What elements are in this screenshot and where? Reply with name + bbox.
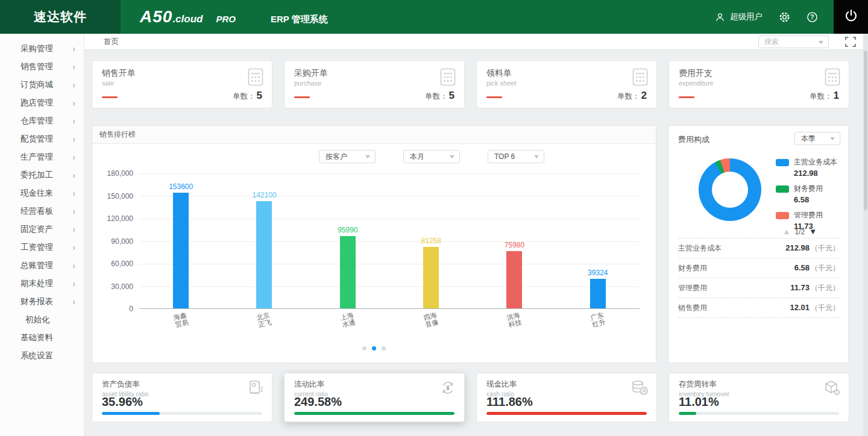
kpi-value: 35.96% <box>102 395 143 409</box>
chevron-right-icon: › <box>72 279 75 288</box>
x-category-label: 北京正飞 <box>256 311 272 329</box>
sidebar-item[interactable]: 期末处理 › <box>0 275 84 293</box>
bar-value-label: 75980 <box>505 241 524 249</box>
chevron-right-icon: › <box>72 297 75 306</box>
legend-swatch <box>776 212 789 219</box>
red-dash <box>294 96 310 98</box>
sidebar-item[interactable]: 委托加工 › <box>0 166 84 184</box>
carousel-dot[interactable] <box>362 346 366 350</box>
kpi-progress-fill <box>102 412 160 415</box>
stat-card[interactable]: 费用开支 expenditure 单数：1 <box>668 60 849 108</box>
sidebar-item[interactable]: 仓库管理 › <box>0 112 84 130</box>
stat-card[interactable]: 采购开单 purchase 单数：5 <box>284 60 465 108</box>
sidebar-item[interactable]: 经营看板 › <box>0 202 84 220</box>
fullscreen-icon[interactable] <box>845 37 856 47</box>
sidebar-item[interactable]: 固定资产 › <box>0 220 84 238</box>
page-scrollbar[interactable] <box>863 34 868 436</box>
kpi-progress-track <box>102 412 262 415</box>
period-select[interactable]: 本季 <box>794 132 840 145</box>
help-icon[interactable]: ? <box>806 11 818 23</box>
bar-value-label: 39324 <box>588 269 608 277</box>
y-tick-label: 60,000 <box>111 260 133 268</box>
stat-card-row: 销售开单 sale 单数：5 采购开单 purchase 单数：5 领料单 pi… <box>92 60 849 108</box>
sidebar-item[interactable]: 生产管理 › <box>0 148 84 166</box>
kpi-card-row: 资产负债率 asset libility ratio 35.96% 流动比率 c… <box>92 373 849 422</box>
chevron-down-icon <box>819 41 823 44</box>
sidebar-item[interactable]: 订货商城 › <box>0 76 84 94</box>
sidebar-item[interactable]: 财务报表 › <box>0 293 84 311</box>
kpi-value: 249.58% <box>294 395 342 409</box>
product-edition: PRO <box>216 14 236 24</box>
topbar: 首页 搜索 <box>84 34 863 50</box>
x-category-label: 上海水通 <box>339 311 356 329</box>
inventory-box-icon <box>823 379 841 399</box>
panel-title: 销售排行榜 <box>92 126 656 144</box>
chart-filter-select[interactable]: 按客户 <box>319 150 376 163</box>
sidebar-item[interactable]: 配货管理 › <box>0 130 84 148</box>
bar-chart-plot: 153600 海鑫贸易 142100 北京正飞 95990 上海水通 81258… <box>139 173 640 309</box>
coins-clock-icon <box>631 379 649 399</box>
bar-slot: 153600 海鑫贸易 <box>139 173 222 308</box>
bar[interactable] <box>173 193 189 308</box>
settings-gear-icon[interactable] <box>778 11 790 23</box>
stat-card[interactable]: 领料单 pick sheet 单数：2 <box>476 60 657 108</box>
bar[interactable] <box>423 247 439 308</box>
sales-ranking-panel: 销售排行榜 按客户 本月 TOP 6 180,000150,000120,000… <box>92 125 656 363</box>
kpi-card[interactable]: 资产负债率 asset libility ratio 35.96% <box>92 373 272 422</box>
legend-item[interactable]: 主营业务成本 212.98 <box>776 157 837 178</box>
app-header: 速达软件 A50 .cloud PRO ERP 管理系统 超级用户 ? <box>0 0 868 34</box>
chevron-right-icon: › <box>72 63 75 71</box>
page-down-icon[interactable]: ▼ <box>809 227 817 236</box>
sidebar-item[interactable]: 工资管理 › <box>0 238 84 257</box>
chart-filter-select[interactable]: 本月 <box>403 150 460 163</box>
kpi-card[interactable]: 现金比率 cash ratio 111.86% <box>476 373 657 422</box>
system-title: ERP 管理系统 <box>271 14 328 25</box>
refresh-yen-icon: ¥ <box>439 379 456 399</box>
red-dash <box>486 96 502 98</box>
chart-filter-select[interactable]: TOP 6 <box>488 150 544 163</box>
bar[interactable] <box>506 251 522 308</box>
product-suffix: .cloud <box>172 13 203 25</box>
kpi-progress-fill <box>679 412 696 415</box>
y-tick-label: 30,000 <box>111 282 133 291</box>
chevron-right-icon: › <box>72 99 75 107</box>
bar[interactable] <box>256 201 272 308</box>
chevron-right-icon: › <box>72 153 75 161</box>
power-icon <box>844 8 858 25</box>
carousel-dot[interactable] <box>382 346 386 350</box>
chevron-right-icon: › <box>72 171 75 179</box>
current-user-button[interactable]: 超级用户 <box>714 11 763 23</box>
logout-power-button[interactable] <box>834 0 868 34</box>
chevron-right-icon: › <box>72 117 75 125</box>
breadcrumb-home-tab[interactable]: 首页 <box>104 34 119 50</box>
bar-slot: 95990 上海水通 <box>306 173 389 308</box>
page-up-icon[interactable]: ▲ <box>783 227 791 236</box>
sidebar-item[interactable]: 现金往来 › <box>0 184 84 202</box>
product-brand: A50 .cloud PRO ERP 管理系统 <box>140 7 328 26</box>
search-input[interactable]: 搜索 <box>758 36 829 48</box>
chevron-down-icon <box>365 155 370 158</box>
chevron-down-icon <box>830 137 835 140</box>
sidebar-item[interactable]: 销售管理 › <box>0 58 84 76</box>
kpi-card[interactable]: 存货周转率 inventory turnover 11.01% <box>668 373 849 422</box>
receipt-icon <box>247 379 264 399</box>
carousel-dot[interactable] <box>372 346 376 350</box>
bar[interactable] <box>340 236 356 308</box>
chevron-right-icon: › <box>72 81 75 89</box>
expense-row: 管理费用 11.73（千元） <box>678 278 840 298</box>
kpi-value: 11.01% <box>679 395 719 409</box>
sidebar-item[interactable]: 跑店管理 › <box>0 94 84 112</box>
bar[interactable] <box>590 279 606 308</box>
sidebar-item[interactable]: 系统设置 <box>0 347 84 365</box>
sidebar-item[interactable]: 初始化 <box>0 311 84 329</box>
kpi-progress-fill <box>294 412 454 415</box>
kpi-card[interactable]: 流动比率 current ratio ¥ 249.58% <box>284 373 465 422</box>
scrollbar-thumb[interactable] <box>864 51 867 210</box>
stat-card[interactable]: 销售开单 sale 单数：5 <box>92 60 272 108</box>
sidebar-item[interactable]: 采购管理 › <box>0 40 84 58</box>
expense-row: 销售费用 12.01（千元） <box>678 298 840 318</box>
sidebar-item[interactable]: 总账管理 › <box>0 257 84 275</box>
y-tick-label: 120,000 <box>107 214 133 223</box>
sidebar-item[interactable]: 基础资料 <box>0 329 84 347</box>
legend-item[interactable]: 财务费用 6.58 <box>776 184 837 204</box>
